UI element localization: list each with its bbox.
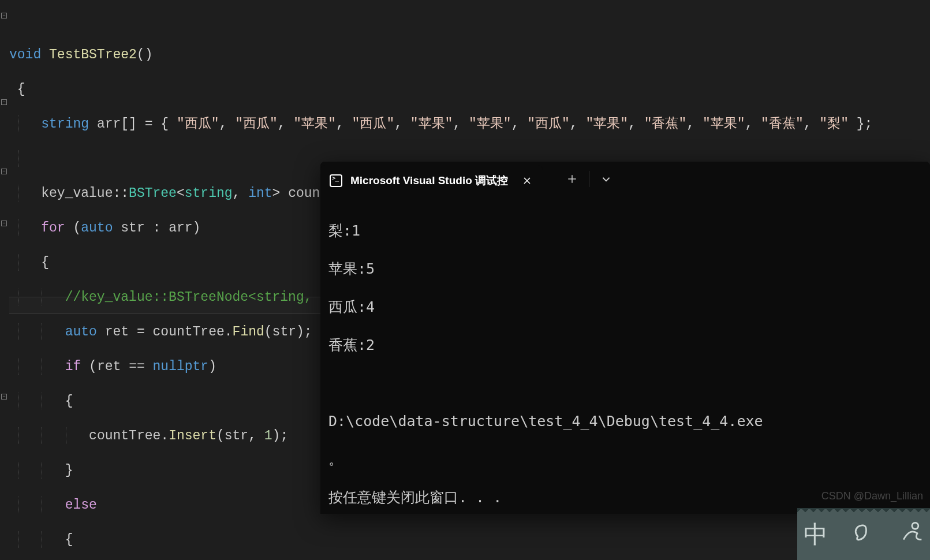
tab-dropdown-button[interactable] xyxy=(591,165,622,193)
terminal-window[interactable]: Microsoft Visual Studio 调试控 梨:1 苹果:5 西瓜:… xyxy=(320,162,930,514)
output-path: D:\code\data-structure\test_4_4\Debug\te… xyxy=(328,412,922,431)
ime-punctuation-icon[interactable] xyxy=(850,518,876,551)
code-line: string arr[] = { "西瓜", "西瓜", "苹果", "西瓜",… xyxy=(0,115,930,133)
fold-icon[interactable]: − xyxy=(1,169,7,174)
ime-person-icon[interactable] xyxy=(898,518,924,551)
watermark: CSDN @Dawn_Lillian xyxy=(821,490,923,502)
fold-icon[interactable]: − xyxy=(1,13,7,18)
terminal-icon xyxy=(330,174,342,187)
ime-bar[interactable]: 中 xyxy=(797,508,930,560)
terminal-output[interactable]: 梨:1 苹果:5 西瓜:4 香蕉:2 D:\code\data-structur… xyxy=(320,196,930,514)
fold-icon[interactable]: − xyxy=(1,99,7,105)
titlebar-actions xyxy=(556,162,622,196)
terminal-tab[interactable]: Microsoft Visual Studio 调试控 xyxy=(320,165,543,196)
output-line: 梨:1 xyxy=(328,221,922,240)
code-line: void TestBSTree2() xyxy=(0,46,930,64)
fold-icon[interactable]: − xyxy=(1,221,7,226)
tab-close-button[interactable] xyxy=(521,174,533,187)
code-line: { xyxy=(0,531,930,548)
output-line: 苹果:5 xyxy=(328,259,922,278)
svg-point-0 xyxy=(912,522,918,529)
separator xyxy=(589,171,589,187)
terminal-tab-title: Microsoft Visual Studio 调试控 xyxy=(350,173,508,188)
terminal-titlebar[interactable]: Microsoft Visual Studio 调试控 xyxy=(320,162,930,196)
fold-icon[interactable]: − xyxy=(1,394,7,400)
fold-gutter: − − − − − xyxy=(0,0,9,560)
code-line: { xyxy=(0,81,930,98)
output-line: 西瓜:4 xyxy=(328,297,922,316)
new-tab-button[interactable] xyxy=(556,165,588,193)
ime-language-indicator[interactable]: 中 xyxy=(804,518,828,551)
output-line: 香蕉:2 xyxy=(328,335,922,354)
output-line: 。 xyxy=(328,450,922,469)
